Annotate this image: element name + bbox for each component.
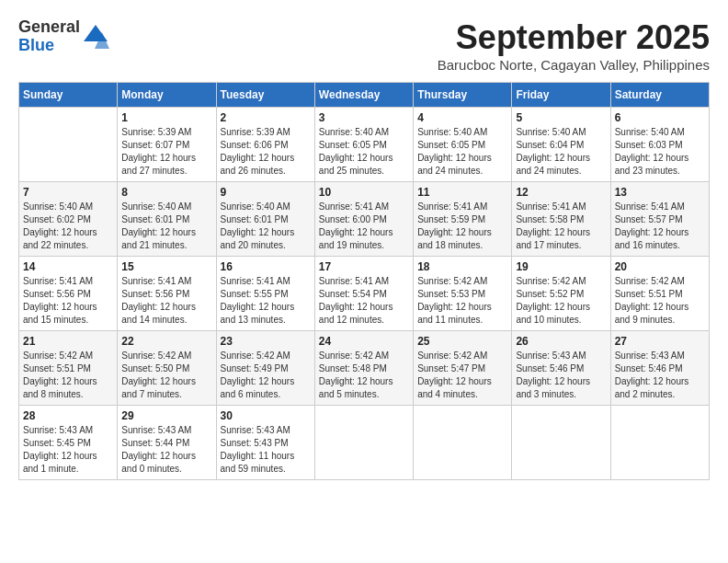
day-info: Sunrise: 5:42 AM Sunset: 5:47 PM Dayligh… — [417, 350, 507, 401]
day-info: Sunrise: 5:42 AM Sunset: 5:49 PM Dayligh… — [221, 350, 311, 401]
day-number: 27 — [615, 335, 705, 348]
month-title: September 2025 — [438, 18, 710, 57]
calendar-cell: 13Sunrise: 5:41 AM Sunset: 5:57 PM Dayli… — [610, 182, 709, 257]
day-number: 26 — [516, 335, 606, 348]
calendar-cell: 5Sunrise: 5:40 AM Sunset: 6:04 PM Daylig… — [512, 108, 610, 182]
day-info: Sunrise: 5:39 AM Sunset: 6:06 PM Dayligh… — [221, 126, 311, 178]
day-number: 7 — [23, 186, 113, 199]
calendar-cell: 22Sunrise: 5:42 AM Sunset: 5:50 PM Dayli… — [118, 331, 216, 406]
calendar-cell: 11Sunrise: 5:41 AM Sunset: 5:59 PM Dayli… — [414, 182, 512, 257]
calendar-cell: 18Sunrise: 5:42 AM Sunset: 5:53 PM Dayli… — [414, 257, 512, 331]
day-info: Sunrise: 5:39 AM Sunset: 6:07 PM Dayligh… — [121, 126, 211, 178]
day-number: 25 — [417, 335, 507, 348]
day-number: 15 — [121, 260, 211, 273]
day-info: Sunrise: 5:41 AM Sunset: 6:00 PM Dayligh… — [319, 201, 409, 252]
calendar-cell: 4Sunrise: 5:40 AM Sunset: 6:05 PM Daylig… — [414, 108, 512, 182]
day-number: 1 — [121, 111, 211, 124]
day-info: Sunrise: 5:43 AM Sunset: 5:46 PM Dayligh… — [615, 350, 705, 401]
calendar-cell: 30Sunrise: 5:43 AM Sunset: 5:43 PM Dayli… — [216, 406, 314, 480]
calendar-week-row: 28Sunrise: 5:43 AM Sunset: 5:45 PM Dayli… — [19, 406, 710, 480]
column-header-friday: Friday — [512, 83, 610, 108]
calendar-cell: 10Sunrise: 5:41 AM Sunset: 6:00 PM Dayli… — [314, 182, 413, 257]
day-info: Sunrise: 5:41 AM Sunset: 5:57 PM Dayligh… — [615, 201, 705, 252]
calendar-table: SundayMondayTuesdayWednesdayThursdayFrid… — [18, 82, 710, 480]
day-number: 14 — [23, 260, 113, 273]
day-number: 22 — [121, 335, 211, 348]
day-number: 28 — [23, 409, 113, 422]
calendar-cell: 27Sunrise: 5:43 AM Sunset: 5:46 PM Dayli… — [610, 331, 709, 406]
day-info: Sunrise: 5:41 AM Sunset: 5:55 PM Dayligh… — [221, 275, 311, 327]
calendar-cell: 7Sunrise: 5:40 AM Sunset: 6:02 PM Daylig… — [19, 182, 118, 257]
day-info: Sunrise: 5:40 AM Sunset: 6:03 PM Dayligh… — [615, 126, 705, 178]
day-info: Sunrise: 5:40 AM Sunset: 6:05 PM Dayligh… — [417, 126, 507, 178]
calendar-week-row: 7Sunrise: 5:40 AM Sunset: 6:02 PM Daylig… — [19, 182, 710, 257]
calendar-cell — [19, 108, 118, 182]
logo-icon — [82, 23, 109, 51]
day-number: 5 — [516, 111, 606, 124]
calendar-header-row: SundayMondayTuesdayWednesdayThursdayFrid… — [19, 83, 710, 108]
calendar-cell: 9Sunrise: 5:40 AM Sunset: 6:01 PM Daylig… — [216, 182, 314, 257]
logo: General Blue — [18, 18, 109, 55]
calendar-cell — [512, 406, 610, 480]
page-header: General Blue September 2025 Barucboc Nor… — [18, 18, 710, 73]
location-subtitle: Barucboc Norte, Cagayan Valley, Philippi… — [438, 57, 710, 73]
day-number: 18 — [417, 260, 507, 273]
day-number: 30 — [221, 409, 311, 422]
day-info: Sunrise: 5:41 AM Sunset: 5:56 PM Dayligh… — [121, 275, 211, 327]
day-number: 16 — [221, 260, 311, 273]
calendar-cell — [414, 406, 512, 480]
calendar-cell: 20Sunrise: 5:42 AM Sunset: 5:51 PM Dayli… — [610, 257, 709, 331]
day-info: Sunrise: 5:40 AM Sunset: 6:04 PM Dayligh… — [516, 126, 606, 178]
day-number: 6 — [615, 111, 705, 124]
day-number: 23 — [221, 335, 311, 348]
day-info: Sunrise: 5:41 AM Sunset: 5:54 PM Dayligh… — [319, 275, 409, 327]
day-number: 17 — [319, 260, 409, 273]
day-number: 24 — [319, 335, 409, 348]
calendar-cell: 12Sunrise: 5:41 AM Sunset: 5:58 PM Dayli… — [512, 182, 610, 257]
day-number: 13 — [615, 186, 705, 199]
day-number: 8 — [121, 186, 211, 199]
day-info: Sunrise: 5:43 AM Sunset: 5:46 PM Dayligh… — [516, 350, 606, 401]
calendar-week-row: 21Sunrise: 5:42 AM Sunset: 5:51 PM Dayli… — [19, 331, 710, 406]
day-number: 9 — [221, 186, 311, 199]
day-number: 21 — [23, 335, 113, 348]
day-info: Sunrise: 5:41 AM Sunset: 5:59 PM Dayligh… — [417, 201, 507, 252]
day-info: Sunrise: 5:40 AM Sunset: 6:02 PM Dayligh… — [23, 201, 113, 252]
day-number: 11 — [417, 186, 507, 199]
day-info: Sunrise: 5:43 AM Sunset: 5:44 PM Dayligh… — [121, 424, 211, 476]
column-header-monday: Monday — [118, 83, 216, 108]
day-info: Sunrise: 5:42 AM Sunset: 5:51 PM Dayligh… — [23, 350, 113, 401]
calendar-cell: 25Sunrise: 5:42 AM Sunset: 5:47 PM Dayli… — [414, 331, 512, 406]
column-header-wednesday: Wednesday — [314, 83, 413, 108]
calendar-cell: 3Sunrise: 5:40 AM Sunset: 6:05 PM Daylig… — [314, 108, 413, 182]
calendar-cell — [610, 406, 709, 480]
title-block: September 2025 Barucboc Norte, Cagayan V… — [438, 18, 710, 73]
column-header-thursday: Thursday — [414, 83, 512, 108]
calendar-cell: 26Sunrise: 5:43 AM Sunset: 5:46 PM Dayli… — [512, 331, 610, 406]
calendar-cell: 17Sunrise: 5:41 AM Sunset: 5:54 PM Dayli… — [314, 257, 413, 331]
column-header-tuesday: Tuesday — [216, 83, 314, 108]
calendar-cell: 8Sunrise: 5:40 AM Sunset: 6:01 PM Daylig… — [118, 182, 216, 257]
day-info: Sunrise: 5:43 AM Sunset: 5:45 PM Dayligh… — [23, 424, 113, 476]
column-header-saturday: Saturday — [610, 83, 709, 108]
day-info: Sunrise: 5:42 AM Sunset: 5:48 PM Dayligh… — [319, 350, 409, 401]
day-info: Sunrise: 5:42 AM Sunset: 5:52 PM Dayligh… — [516, 275, 606, 327]
day-number: 10 — [319, 186, 409, 199]
day-info: Sunrise: 5:40 AM Sunset: 6:01 PM Dayligh… — [221, 201, 311, 252]
day-info: Sunrise: 5:43 AM Sunset: 5:43 PM Dayligh… — [221, 424, 311, 476]
day-number: 19 — [516, 260, 606, 273]
calendar-cell: 28Sunrise: 5:43 AM Sunset: 5:45 PM Dayli… — [19, 406, 118, 480]
calendar-week-row: 14Sunrise: 5:41 AM Sunset: 5:56 PM Dayli… — [19, 257, 710, 331]
day-info: Sunrise: 5:42 AM Sunset: 5:50 PM Dayligh… — [121, 350, 211, 401]
day-number: 29 — [121, 409, 211, 422]
day-info: Sunrise: 5:40 AM Sunset: 6:01 PM Dayligh… — [121, 201, 211, 252]
logo-blue: Blue — [18, 37, 80, 55]
calendar-cell: 2Sunrise: 5:39 AM Sunset: 6:06 PM Daylig… — [216, 108, 314, 182]
day-number: 4 — [417, 111, 507, 124]
calendar-cell: 1Sunrise: 5:39 AM Sunset: 6:07 PM Daylig… — [118, 108, 216, 182]
calendar-cell: 23Sunrise: 5:42 AM Sunset: 5:49 PM Dayli… — [216, 331, 314, 406]
day-number: 12 — [516, 186, 606, 199]
calendar-cell: 14Sunrise: 5:41 AM Sunset: 5:56 PM Dayli… — [19, 257, 118, 331]
day-info: Sunrise: 5:42 AM Sunset: 5:53 PM Dayligh… — [417, 275, 507, 327]
day-info: Sunrise: 5:40 AM Sunset: 6:05 PM Dayligh… — [319, 126, 409, 178]
